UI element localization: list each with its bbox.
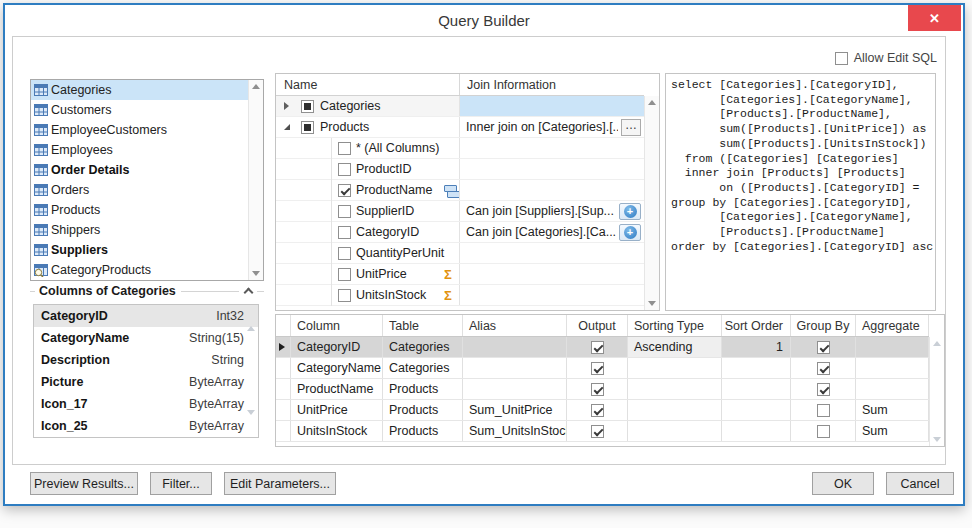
grid-row-unitsinstock[interactable]: UnitsInStock Products Sum_UnitsInStock S… bbox=[276, 421, 929, 442]
fields-tree-scrollbar[interactable] bbox=[644, 96, 659, 310]
cell-table[interactable]: Products bbox=[383, 400, 463, 420]
tree-row-categoryid[interactable]: CategoryID Can join [Categories].[Ca... … bbox=[276, 222, 644, 243]
cell-aggregate[interactable] bbox=[856, 337, 929, 357]
allow-edit-sql-checkbox[interactable] bbox=[835, 52, 848, 65]
join-cell[interactable] bbox=[459, 96, 644, 116]
cell-column[interactable]: CategoryName bbox=[291, 358, 383, 378]
cell-sort-order[interactable] bbox=[722, 421, 791, 441]
cell-column[interactable]: CategoryID bbox=[291, 337, 383, 357]
ok-button[interactable]: OK bbox=[812, 472, 874, 495]
cell-sort-order[interactable] bbox=[722, 400, 791, 420]
table-list-item-orders[interactable]: Orders bbox=[31, 180, 248, 200]
allow-edit-sql-toggle[interactable]: Allow Edit SQL bbox=[835, 51, 937, 65]
tree-row-productname[interactable]: ProductName bbox=[276, 180, 644, 201]
tree-row-unitsinstock[interactable]: UnitsInStock Σ bbox=[276, 285, 644, 306]
scroll-up-icon[interactable] bbox=[247, 309, 255, 327]
output-checkbox[interactable] bbox=[591, 383, 604, 396]
cell-alias[interactable]: Sum_UnitPrice bbox=[463, 400, 567, 420]
scroll-up-icon[interactable] bbox=[252, 84, 260, 89]
tree-row-quantityperunit[interactable]: QuantityPerUnit bbox=[276, 243, 644, 264]
scroll-down-icon[interactable] bbox=[252, 271, 260, 276]
header-aggregate[interactable]: Aggregate bbox=[856, 315, 929, 336]
cell-sorting-type[interactable] bbox=[628, 421, 722, 441]
output-checkbox[interactable] bbox=[591, 404, 604, 417]
edit-parameters-button[interactable]: Edit Parameters... bbox=[224, 472, 336, 495]
cell-aggregate[interactable]: Sum bbox=[856, 400, 929, 420]
header-table[interactable]: Table bbox=[383, 315, 463, 336]
cell-column[interactable]: UnitPrice bbox=[291, 400, 383, 420]
tree-row-categories[interactable]: Categories bbox=[276, 96, 644, 117]
table-list-item-categoryproducts[interactable]: CategoryProducts bbox=[31, 260, 248, 280]
add-join-button[interactable]: + bbox=[619, 224, 641, 241]
cell-sort-order[interactable] bbox=[722, 358, 791, 378]
grid-row-productname[interactable]: ProductName Products bbox=[276, 379, 929, 400]
filter-button[interactable]: Filter... bbox=[150, 472, 212, 495]
cell-alias[interactable] bbox=[463, 337, 567, 357]
table-list-item-employeecustomers[interactable]: EmployeeCustomers bbox=[31, 120, 248, 140]
scroll-up-icon[interactable] bbox=[648, 100, 656, 105]
join-cell[interactable]: Can join [Suppliers].[Sup... + bbox=[459, 201, 644, 221]
cell-column[interactable]: UnitsInStock bbox=[291, 421, 383, 441]
table-list-item-categories[interactable]: Categories bbox=[31, 80, 248, 100]
field-checkbox[interactable] bbox=[338, 142, 351, 155]
header-column[interactable]: Column bbox=[291, 315, 383, 336]
expander-expanded-icon[interactable] bbox=[284, 124, 290, 130]
cell-sorting-type[interactable] bbox=[628, 400, 722, 420]
header-group-by[interactable]: Group By bbox=[791, 315, 856, 336]
add-join-button[interactable]: + bbox=[619, 203, 641, 220]
output-checkbox[interactable] bbox=[591, 341, 604, 354]
field-checkbox[interactable] bbox=[338, 226, 351, 239]
table-list-item-customers[interactable]: Customers bbox=[31, 100, 248, 120]
column-row[interactable]: Icon_17 ByteArray bbox=[34, 393, 258, 415]
header-output[interactable]: Output bbox=[567, 315, 628, 336]
grid-row-categoryid[interactable]: CategoryID Categories Ascending 1 bbox=[276, 337, 929, 358]
join-cell[interactable]: Can join [Categories].[Ca... + bbox=[459, 222, 644, 242]
cell-sorting-type[interactable] bbox=[628, 358, 722, 378]
column-row[interactable]: CategoryID Int32 bbox=[34, 305, 258, 327]
collapse-chevron-icon[interactable] bbox=[244, 288, 254, 298]
group-by-checkbox[interactable] bbox=[817, 425, 830, 438]
join-cell[interactable] bbox=[459, 243, 644, 263]
output-checkbox[interactable] bbox=[591, 362, 604, 375]
cancel-button[interactable]: Cancel bbox=[886, 472, 954, 495]
join-cell[interactable] bbox=[459, 159, 644, 179]
tree-row-supplierid[interactable]: SupplierID Can join [Suppliers].[Sup... … bbox=[276, 201, 644, 222]
preview-results-button[interactable]: Preview Results... bbox=[30, 472, 138, 495]
tree-row-products[interactable]: Products Inner join on [Categories].[...… bbox=[276, 117, 644, 138]
table-list-item-order-details[interactable]: Order Details bbox=[31, 160, 248, 180]
output-checkbox[interactable] bbox=[591, 425, 604, 438]
header-sort-order[interactable]: Sort Order bbox=[722, 315, 791, 336]
field-checkbox[interactable] bbox=[338, 184, 351, 197]
table-list-item-shippers[interactable]: Shippers bbox=[31, 220, 248, 240]
table-checkbox[interactable] bbox=[301, 121, 314, 134]
scroll-down-icon[interactable] bbox=[648, 301, 656, 306]
tables-list-scrollbar[interactable] bbox=[248, 80, 263, 280]
column-row[interactable]: Description String bbox=[34, 349, 258, 371]
field-checkbox[interactable] bbox=[338, 289, 351, 302]
header-alias[interactable]: Alias bbox=[463, 315, 567, 336]
join-cell[interactable] bbox=[459, 264, 644, 284]
cell-table[interactable]: Products bbox=[383, 379, 463, 399]
cell-alias[interactable]: Sum_UnitsInStock bbox=[463, 421, 567, 441]
table-list-item-products[interactable]: Products bbox=[31, 200, 248, 220]
group-by-checkbox[interactable] bbox=[817, 341, 830, 354]
cell-sort-order[interactable] bbox=[722, 379, 791, 399]
group-by-checkbox[interactable] bbox=[817, 362, 830, 375]
cell-sorting-type[interactable]: Ascending bbox=[628, 337, 722, 357]
scroll-down-icon[interactable] bbox=[247, 415, 255, 433]
scroll-up-icon[interactable] bbox=[933, 341, 941, 346]
edit-join-button[interactable]: … bbox=[621, 119, 641, 136]
table-checkbox[interactable] bbox=[301, 100, 314, 113]
cell-column[interactable]: ProductName bbox=[291, 379, 383, 399]
cell-sorting-type[interactable] bbox=[628, 379, 722, 399]
cell-table[interactable]: Categories bbox=[383, 358, 463, 378]
header-sorting-type[interactable]: Sorting Type bbox=[628, 315, 722, 336]
cell-table[interactable]: Categories bbox=[383, 337, 463, 357]
group-by-checkbox[interactable] bbox=[817, 383, 830, 396]
grid-row-categoryname[interactable]: CategoryName Categories bbox=[276, 358, 929, 379]
scroll-down-icon[interactable] bbox=[933, 437, 941, 442]
expander-collapsed-icon[interactable] bbox=[284, 102, 289, 110]
tree-row-unitprice[interactable]: UnitPrice Σ bbox=[276, 264, 644, 285]
cell-aggregate[interactable] bbox=[856, 379, 929, 399]
cell-alias[interactable] bbox=[463, 358, 567, 378]
